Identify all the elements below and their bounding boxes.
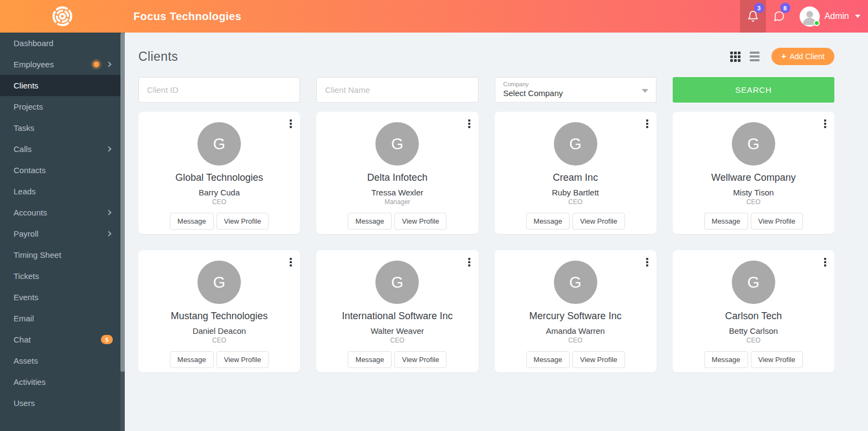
client-card: G International Software Inc Walter Weav… bbox=[316, 250, 478, 372]
clients-grid: G Global Technologies Barry Cuda CEO Mes… bbox=[138, 112, 834, 372]
client-avatar[interactable]: G bbox=[732, 122, 775, 166]
view-profile-button[interactable]: View Profile bbox=[751, 351, 803, 368]
view-profile-button[interactable]: View Profile bbox=[216, 351, 269, 368]
sidebar-item-clients[interactable]: Clients bbox=[0, 75, 120, 96]
message-button[interactable]: Message bbox=[526, 351, 570, 368]
chevron-right-icon bbox=[106, 62, 112, 67]
kebab-menu-icon[interactable] bbox=[467, 257, 471, 268]
company-select-label: Company bbox=[503, 81, 648, 87]
sidebar-item-chat[interactable]: Chat 5 bbox=[0, 329, 120, 350]
avatar-initial: G bbox=[213, 274, 226, 291]
sidebar-item-activities[interactable]: Activities bbox=[0, 371, 120, 392]
client-card: G Mustang Technologies Daniel Deacon CEO… bbox=[138, 250, 300, 372]
chevron-right-icon bbox=[106, 210, 112, 216]
sidebar-item-tickets[interactable]: Tickets bbox=[0, 265, 120, 287]
view-profile-button[interactable]: View Profile bbox=[751, 213, 803, 230]
message-button[interactable]: Message bbox=[170, 213, 214, 230]
client-company-name[interactable]: Mercury Software Inc bbox=[495, 310, 656, 322]
client-avatar[interactable]: G bbox=[554, 122, 597, 166]
sidebar-item-leads[interactable]: Leads bbox=[0, 181, 120, 202]
sidebar-item-events[interactable]: Events bbox=[0, 287, 120, 308]
sidebar-item-tasks[interactable]: Tasks bbox=[0, 117, 120, 138]
message-button[interactable]: Message bbox=[526, 213, 570, 230]
client-avatar[interactable]: G bbox=[732, 261, 775, 304]
page-actions: + Add Client bbox=[730, 48, 834, 65]
message-button[interactable]: Message bbox=[348, 351, 392, 368]
client-avatar[interactable]: G bbox=[197, 261, 241, 304]
sidebar-item-label: Tickets bbox=[14, 271, 111, 281]
notification-badge: 3 bbox=[754, 3, 764, 13]
view-profile-button[interactable]: View Profile bbox=[394, 351, 446, 368]
avatar-initial: G bbox=[391, 135, 404, 153]
sidebar-item-assets[interactable]: Assets bbox=[0, 350, 120, 371]
avatar-initial: G bbox=[748, 274, 760, 291]
sidebar-item-label: Leads bbox=[14, 187, 111, 196]
kebab-menu-icon[interactable] bbox=[823, 257, 827, 268]
grid-view-icon[interactable] bbox=[730, 52, 741, 62]
message-button[interactable]: Message bbox=[170, 351, 214, 368]
kebab-menu-icon[interactable] bbox=[289, 118, 293, 129]
client-company-name[interactable]: International Software Inc bbox=[316, 310, 478, 322]
sidebar-item-users[interactable]: Users bbox=[0, 392, 120, 414]
view-profile-button[interactable]: View Profile bbox=[394, 213, 446, 230]
user-menu[interactable]: Admin bbox=[792, 0, 868, 33]
client-company-name[interactable]: Carlson Tech bbox=[673, 310, 834, 322]
notifications-button[interactable]: 3 bbox=[740, 0, 766, 33]
kebab-menu-icon[interactable] bbox=[645, 257, 649, 268]
message-button[interactable]: Message bbox=[704, 213, 748, 230]
kebab-menu-icon[interactable] bbox=[467, 118, 471, 129]
avatar-initial: G bbox=[569, 274, 582, 291]
sidebar-item-accounts[interactable]: Accounts bbox=[0, 202, 120, 223]
sidebar-item-label: Events bbox=[14, 293, 111, 302]
client-company-name[interactable]: Global Technologies bbox=[138, 172, 300, 183]
client-company-name[interactable]: Cream Inc bbox=[495, 172, 656, 183]
list-view-icon[interactable] bbox=[750, 52, 760, 61]
sidebar-scrollbar-thumb[interactable] bbox=[120, 33, 125, 372]
sidebar-item-dashboard[interactable]: Dashboard bbox=[0, 33, 120, 54]
message-button[interactable]: Message bbox=[348, 213, 392, 230]
user-avatar bbox=[800, 7, 820, 27]
sidebar-item-timing-sheet[interactable]: Timing Sheet bbox=[0, 244, 120, 265]
client-company-name[interactable]: Delta Infotech bbox=[316, 172, 478, 183]
sidebar-item-projects[interactable]: Projects bbox=[0, 96, 120, 117]
company-select[interactable]: Company Select Company bbox=[495, 77, 656, 103]
client-avatar[interactable]: G bbox=[375, 122, 419, 166]
client-company-name[interactable]: Wellware Company bbox=[673, 172, 834, 183]
kebab-menu-icon[interactable] bbox=[823, 118, 827, 129]
message-button[interactable]: Message bbox=[704, 351, 748, 368]
sidebar-item-email[interactable]: Email bbox=[0, 308, 120, 329]
add-client-button[interactable]: + Add Client bbox=[771, 48, 834, 65]
caret-down-icon bbox=[855, 15, 860, 18]
sidebar-nav: Dashboard Employees Clients Projects Tas… bbox=[0, 33, 120, 414]
app-title[interactable]: Focus Technologies bbox=[133, 10, 241, 23]
client-role: CEO bbox=[673, 198, 834, 206]
sidebar-item-payroll[interactable]: Payroll bbox=[0, 223, 120, 244]
sidebar-item-label: Calls bbox=[14, 144, 107, 154]
client-role: CEO bbox=[316, 337, 478, 344]
kebab-menu-icon[interactable] bbox=[289, 257, 293, 268]
client-role: Manager bbox=[316, 198, 478, 206]
sidebar-item-label: Tasks bbox=[14, 123, 111, 132]
sidebar-scrollbar-track[interactable] bbox=[120, 33, 125, 431]
sidebar-item-label: Accounts bbox=[14, 208, 107, 217]
messages-button[interactable]: 8 bbox=[766, 0, 792, 33]
client-name-input[interactable] bbox=[316, 77, 478, 103]
card-actions: Message View Profile bbox=[495, 213, 656, 230]
view-profile-button[interactable]: View Profile bbox=[572, 351, 624, 368]
client-avatar[interactable]: G bbox=[554, 261, 597, 304]
sidebar-item-calls[interactable]: Calls bbox=[0, 138, 120, 160]
client-contact-name: Amanda Warren bbox=[495, 326, 656, 335]
client-avatar[interactable]: G bbox=[375, 261, 419, 304]
plus-icon: + bbox=[781, 52, 786, 61]
view-profile-button[interactable]: View Profile bbox=[216, 213, 269, 230]
client-company-name[interactable]: Mustang Technologies bbox=[138, 310, 300, 322]
online-status-dot bbox=[814, 20, 820, 26]
client-avatar[interactable]: G bbox=[197, 122, 241, 166]
sidebar-item-employees[interactable]: Employees bbox=[0, 54, 120, 75]
client-id-input[interactable] bbox=[138, 77, 300, 103]
app-logo[interactable] bbox=[0, 0, 125, 33]
search-button[interactable]: SEARCH bbox=[673, 77, 834, 103]
sidebar-item-contacts[interactable]: Contacts bbox=[0, 160, 120, 181]
kebab-menu-icon[interactable] bbox=[645, 118, 649, 129]
view-profile-button[interactable]: View Profile bbox=[572, 213, 624, 230]
